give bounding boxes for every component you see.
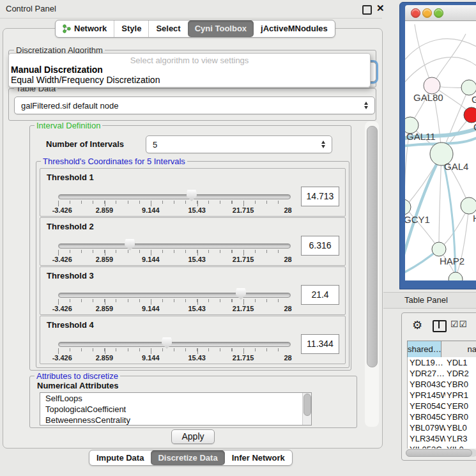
threshold-4-box: Threshold 4 -3.4262.8599.14415.4321.7152…: [40, 316, 346, 364]
tab-jactivemnodules[interactable]: jActiveMNodules: [254, 20, 335, 37]
table-header: shared… na: [407, 341, 476, 358]
node-hap2[interactable]: [432, 242, 446, 256]
node-g[interactable]: [461, 80, 476, 95]
table-row[interactable]: YPR145WYPR1: [408, 390, 476, 401]
close-icon[interactable]: ✕: [376, 3, 385, 14]
number-of-intervals-select[interactable]: 5: [146, 135, 332, 153]
label-gal11: GAL11: [406, 131, 436, 142]
network-icon: [63, 24, 71, 33]
table-panel-title: Table Panel: [404, 295, 448, 305]
popup-placeholder: Select algorithm to view settings: [9, 56, 370, 65]
column-header-shared-name[interactable]: shared…: [408, 341, 441, 357]
table-hscrollbar-track[interactable]: [406, 449, 476, 457]
threshold-3-box: Threshold 3 -3.4262.8599.14415.4321.7152…: [40, 266, 346, 315]
table-body: YDL19…YDL1 YDR27…YDR2 YBR043CYBR0 YPR145…: [407, 357, 476, 449]
table-row[interactable]: YIL052CYIL0: [408, 444, 476, 449]
combo-arrows-icon[interactable]: [364, 101, 369, 110]
apply-button[interactable]: Apply: [171, 429, 215, 444]
threshold-1-value-field[interactable]: 14.713: [301, 187, 339, 206]
threshold-3-value-field[interactable]: 21.4: [301, 285, 339, 305]
panel-vscrollbar-thumb[interactable]: [367, 126, 378, 367]
close-traffic-button[interactable]: [411, 8, 420, 18]
tab-network[interactable]: Network: [56, 20, 114, 37]
label-gal4: GAL4: [444, 161, 468, 172]
float-window-icon[interactable]: [362, 5, 372, 15]
threshold-2-box: Threshold 2 -3.4262.8599.14415.4321.7152…: [40, 217, 346, 266]
tab-style[interactable]: Style: [114, 20, 149, 37]
network-window-titlebar[interactable]: [405, 5, 476, 21]
node-bottom[interactable]: [449, 272, 463, 280]
threshold-2-slider[interactable]: [58, 243, 291, 249]
network-canvas[interactable]: GAL80 GAL11 GAL4 GCY1 HAP2 G C H: [405, 21, 476, 280]
control-panel-titlebar: Control Panel: [0, 0, 382, 19]
table-panel-titlebar: Table Panel: [383, 292, 476, 309]
table-row[interactable]: YBR043CYBR0: [408, 379, 476, 390]
node-h[interactable]: [461, 197, 476, 214]
bottom-tab-bar: Impute Data Discretize Data Infer Networ…: [89, 450, 293, 466]
popup-option-equal-width[interactable]: Equal Width/Frequency Discretization: [11, 75, 160, 85]
tab-impute-data[interactable]: Impute Data: [89, 450, 151, 465]
zoom-traffic-button[interactable]: [434, 8, 443, 18]
list-item-betweennesscentrality[interactable]: BetweennessCentrality: [40, 415, 311, 426]
interval-definition-title: Interval Definition: [35, 121, 102, 130]
threshold-4-value-field[interactable]: 11.344: [301, 334, 339, 354]
select-columns-checkboxes-icon[interactable]: ☑☑: [450, 319, 468, 329]
label-g: G: [472, 94, 476, 105]
tab-cyni-toolbox[interactable]: Cyni Toolbox: [188, 20, 254, 37]
threshold-3-slider[interactable]: [58, 293, 291, 298]
column-header-name[interactable]: na: [441, 341, 476, 357]
list-vscrollbar-thumb[interactable]: [303, 394, 311, 416]
table-row[interactable]: YDR27…YDR2: [408, 368, 476, 379]
label-c: C: [473, 121, 476, 132]
node-red[interactable]: [464, 107, 476, 123]
panel-title: Control Panel: [6, 4, 56, 13]
threshold-4-slider-thumb[interactable]: [162, 337, 172, 349]
list-vscrollbar-track[interactable]: [302, 393, 311, 425]
threshold-2-slider-thumb[interactable]: [125, 239, 135, 250]
minimize-traffic-button[interactable]: [422, 8, 432, 18]
list-item-selfloops[interactable]: SelfLoops: [40, 393, 311, 404]
tab-select[interactable]: Select: [149, 20, 187, 37]
label-gal80: GAL80: [413, 92, 443, 103]
table-row[interactable]: YDL19…YDL1: [408, 357, 476, 368]
number-of-intervals-label: Number of Intervals: [46, 139, 124, 149]
table-row[interactable]: YER054CYER0: [408, 401, 476, 411]
tab-discretize-data[interactable]: Discretize Data: [151, 450, 224, 465]
algorithm-popup: Select algorithm to view settings Manual…: [8, 53, 371, 88]
threshold-1-slider[interactable]: [58, 194, 291, 199]
threshold-1-box: Threshold 1 -3.4262.8599.14415.4321.7152…: [40, 168, 346, 217]
threshold-4-slider[interactable]: [58, 342, 291, 347]
threshold-2-value-field[interactable]: 6.316: [301, 236, 339, 256]
label-hap2: HAP2: [440, 256, 464, 266]
attributes-title: Attributes to discretize: [35, 371, 120, 381]
threshold-2-label: Threshold 2: [47, 222, 94, 231]
gear-icon[interactable]: ⚙: [412, 318, 422, 332]
threshold-3-slider-thumb[interactable]: [236, 288, 246, 300]
threshold-4-label: Threshold 4: [47, 320, 94, 330]
table-row[interactable]: YBR045CYBR0: [408, 411, 476, 422]
numerical-attributes-list: SelfLoops TopologicalCoefficient Between…: [40, 392, 312, 426]
table-row[interactable]: YBL079WYBL0: [408, 422, 476, 433]
label-gcy1: GCY1: [405, 214, 430, 225]
tab-infer-network[interactable]: Infer Network: [225, 450, 292, 465]
threshold-1-slider-thumb[interactable]: [187, 190, 197, 201]
threshold-1-label: Threshold 1: [47, 173, 94, 182]
network-view-window[interactable]: GAL80 GAL11 GAL4 GCY1 HAP2 G C H: [399, 2, 476, 289]
combo-arrows-icon[interactable]: [321, 140, 326, 149]
list-item-topologicalcoefficient[interactable]: TopologicalCoefficient: [40, 404, 311, 415]
popup-option-manual-discretization[interactable]: Manual Discretization: [11, 65, 103, 75]
top-tab-bar: Network Style Select Cyni Toolbox jActiv…: [55, 20, 335, 38]
columns-icon[interactable]: [433, 320, 447, 332]
label-h: H: [473, 213, 476, 224]
thresholds-title: Threshold's Coordinates for 5 Intervals: [41, 157, 187, 166]
threshold-3-label: Threshold 3: [47, 271, 94, 280]
table-row[interactable]: YLR345WYLR3: [408, 433, 476, 444]
table-hscrollbar-thumb[interactable]: [406, 449, 472, 457]
table-data-select[interactable]: galFiltered.sif default node: [14, 96, 375, 114]
table-panel: ⚙ ☑☑ shared… na YDL19…YDL1 YDR27…YDR2 YB…: [401, 312, 476, 461]
numerical-attributes-label: Numerical Attributes: [37, 381, 118, 390]
